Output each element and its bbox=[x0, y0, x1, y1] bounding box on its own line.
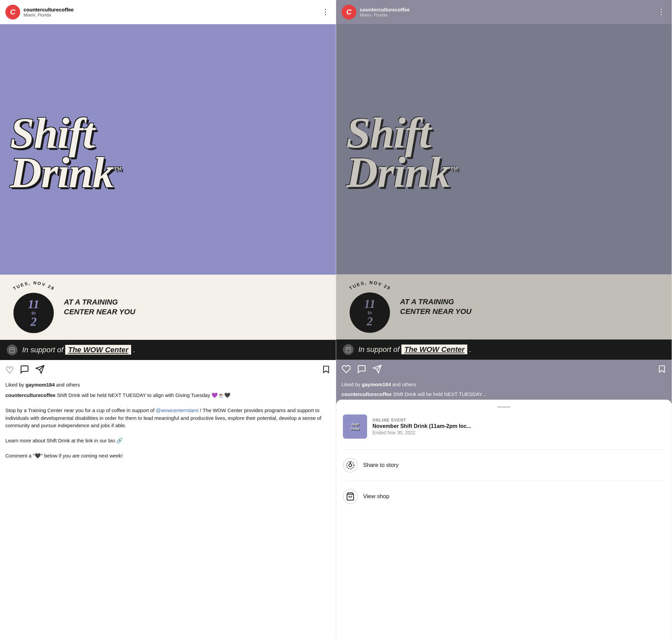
likes-row-left: Liked by gaymom184 and others bbox=[0, 381, 336, 390]
sd-bottom-band-left: TUES, NOV 29TH 11 to 2 AT A TRAINING CEN… bbox=[0, 275, 336, 340]
likes-row-right: Liked by gaymom184 and others bbox=[336, 381, 672, 390]
event-thumbnail: Shift Drink bbox=[343, 415, 367, 439]
caption-text2-left: Stop by a Training Center near you for a… bbox=[5, 407, 154, 413]
svg-point-17 bbox=[349, 464, 352, 467]
caption-text1-left: Shift Drink will be held NEXT TUESDAY to… bbox=[57, 392, 231, 398]
shift-drink-title-right: Shift Drink™ bbox=[346, 113, 661, 192]
post-header-right: C counterculturecoffee Miami, Florida ⋮ bbox=[336, 0, 672, 24]
shift-drink-graphic-left: Shift Drink™ TUES, NOV 29TH 11 to 2 bbox=[0, 24, 336, 360]
share-to-story-icon bbox=[343, 458, 358, 473]
avatar-right[interactable]: C bbox=[342, 5, 356, 19]
share-to-story-label: Share to story bbox=[363, 462, 399, 469]
divider-1 bbox=[343, 449, 665, 450]
caption-text4-left: Learn more about Shift Drink at the link… bbox=[5, 438, 123, 443]
post-image-right: Shift Drink™ TUES, NOV 29TH 11 to 2 bbox=[336, 24, 672, 360]
caption-username-left[interactable]: counterculturecoffee bbox=[5, 392, 56, 398]
caption-left: counterculturecoffee Shift Drink will be… bbox=[0, 390, 336, 465]
comment-icon-left[interactable] bbox=[20, 365, 29, 376]
support-brand-left: The WOW Center bbox=[65, 345, 131, 355]
header-text-right: counterculturecoffee Miami, Florida bbox=[360, 7, 656, 17]
date-arc-svg-left: TUES, NOV 29TH bbox=[10, 281, 57, 292]
more-button-left[interactable]: ⋮ bbox=[321, 8, 330, 16]
share-icon-left[interactable] bbox=[35, 365, 45, 376]
popup-card: Shift Drink ONLINE EVENT November Shift … bbox=[336, 400, 672, 639]
share-to-story-action[interactable]: Share to story bbox=[343, 452, 665, 478]
shift-drink-graphic-right: Shift Drink™ TUES, NOV 29TH 11 to 2 bbox=[336, 24, 672, 360]
date-circle-right: 11 to 2 bbox=[349, 293, 390, 333]
support-text-left: In support of The WOW Center . bbox=[22, 345, 135, 354]
support-brand-right: The WOW Center bbox=[401, 345, 467, 354]
event-info: ONLINE EVENT November Shift Drink (11am-… bbox=[373, 418, 665, 435]
popup-handle bbox=[497, 406, 511, 408]
caption-text5-left: Comment a "🖤" below if you are coming ne… bbox=[5, 453, 123, 458]
bookmark-icon-right[interactable] bbox=[658, 365, 666, 376]
view-shop-label: View shop bbox=[363, 493, 389, 500]
training-text-left: AT A TRAINING CENTER NEAR YOU bbox=[64, 297, 135, 317]
action-icons-left: ♡ bbox=[5, 365, 316, 376]
date-circle-wrapper-right: TUES, NOV 29TH 11 to 2 bbox=[346, 281, 393, 333]
divider-2 bbox=[343, 481, 665, 481]
calendar-icon-left bbox=[7, 345, 17, 355]
post-header-left: C counterculturecoffee Miami, Florida ⋮ bbox=[0, 0, 336, 24]
svg-text:TUES, NOV 29TH: TUES, NOV 29TH bbox=[10, 281, 56, 292]
event-title: November Shift Drink (11am-2pm loc... bbox=[373, 423, 665, 429]
shift-drink-title-left: Shift Drink™ bbox=[10, 114, 326, 192]
svg-rect-9 bbox=[346, 347, 350, 352]
location-left: Miami, Florida bbox=[24, 13, 321, 17]
liked-by-name-left[interactable]: gaymom184 bbox=[26, 382, 55, 388]
like-icon-left[interactable]: ♡ bbox=[5, 365, 14, 376]
sd-bottom-band-right: TUES, NOV 29TH 11 to 2 AT A TRAINING CEN… bbox=[336, 274, 672, 340]
date-circle-wrapper-left: TUES, NOV 29TH 11 to 2 bbox=[10, 281, 57, 333]
caption-username-right[interactable]: counterculturecoffee bbox=[342, 391, 392, 397]
username-left[interactable]: counterculturecoffee bbox=[24, 7, 321, 13]
left-panel: C counterculturecoffee Miami, Florida ⋮ … bbox=[0, 0, 336, 639]
more-button-right[interactable]: ⋮ bbox=[656, 8, 666, 16]
view-shop-action[interactable]: View shop bbox=[343, 484, 665, 509]
avatar-left[interactable]: C bbox=[5, 5, 20, 19]
training-text-right: AT A TRAINING CENTER NEAR YOU bbox=[400, 297, 471, 316]
svg-rect-1 bbox=[10, 348, 14, 353]
right-caption-partial: counterculturecoffee Shift Drink will be… bbox=[336, 390, 672, 400]
share-icon-right[interactable] bbox=[373, 364, 382, 376]
location-right: Miami, Florida bbox=[360, 13, 656, 17]
like-icon-right[interactable] bbox=[342, 364, 351, 376]
action-bar-left: ♡ bbox=[0, 360, 336, 381]
sd-top-left: Shift Drink™ bbox=[0, 24, 336, 275]
svg-marker-15 bbox=[659, 366, 664, 372]
date-circle-left: 11 to 2 bbox=[13, 293, 54, 333]
event-card[interactable]: Shift Drink ONLINE EVENT November Shift … bbox=[343, 415, 665, 439]
bookmark-icon-left[interactable] bbox=[322, 365, 330, 376]
action-bar-right bbox=[336, 360, 672, 381]
svg-text:TUES, NOV 29TH: TUES, NOV 29TH bbox=[346, 281, 392, 291]
event-type: ONLINE EVENT bbox=[373, 418, 665, 422]
support-text-right: In support of The WOW Center . bbox=[358, 345, 471, 354]
date-arc-svg-right: TUES, NOV 29TH bbox=[346, 281, 393, 291]
right-panel: C counterculturecoffee Miami, Florida ⋮ … bbox=[336, 0, 672, 639]
post-image-left: Shift Drink™ TUES, NOV 29TH 11 to 2 bbox=[0, 24, 336, 360]
header-text-left: counterculturecoffee Miami, Florida bbox=[24, 7, 321, 17]
comment-icon-right[interactable] bbox=[357, 364, 366, 376]
support-bar-left: In support of The WOW Center . bbox=[0, 340, 336, 360]
liked-by-name-right[interactable]: gaymom184 bbox=[362, 381, 391, 387]
event-date: Ended Nov 30, 2022 bbox=[373, 430, 665, 435]
view-shop-icon bbox=[343, 489, 358, 504]
username-right[interactable]: counterculturecoffee bbox=[360, 7, 656, 13]
mention-left[interactable]: @wowcentermiami bbox=[156, 407, 199, 413]
calendar-icon-right bbox=[343, 344, 354, 355]
sd-top-right: Shift Drink™ bbox=[336, 24, 672, 274]
svg-marker-7 bbox=[323, 366, 328, 373]
action-icons-right bbox=[342, 364, 652, 376]
support-bar-right: In support of The WOW Center . bbox=[336, 340, 672, 360]
